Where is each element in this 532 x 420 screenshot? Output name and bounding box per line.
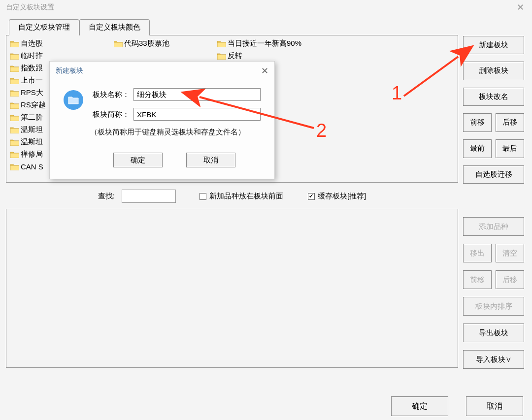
folder-icon [114, 40, 123, 47]
dialog-title: 新建板块 [56, 66, 83, 75]
svg-rect-11 [114, 42, 123, 47]
folder-icon [10, 163, 19, 170]
folder-item[interactable]: 自选股 [9, 37, 113, 50]
folder-label: 禅修局 [21, 150, 43, 159]
folder-icon [10, 90, 19, 97]
svg-rect-10 [10, 165, 19, 170]
folder-icon [10, 139, 19, 146]
folder-label: 上市一 [21, 76, 43, 85]
svg-rect-4 [10, 92, 19, 97]
checkbox-cache[interactable]: ✔ 缓存板块[推荐] [308, 192, 366, 201]
window-titlebar: 自定义板块设置 ✕ [0, 0, 532, 15]
folder-label: 温斯坦 [21, 137, 43, 147]
folder-item[interactable]: 当日接近一年新高90% [216, 37, 334, 50]
dialog-hint: （板块简称用于键盘精灵选板块和存盘文件名） [90, 128, 261, 137]
checkbox-icon: ✔ [308, 193, 315, 200]
abbr-input[interactable] [133, 108, 261, 121]
name-label: 板块名称： [90, 90, 130, 99]
svg-rect-13 [217, 55, 226, 60]
remove-button[interactable]: 移出 [463, 244, 492, 262]
svg-rect-5 [10, 104, 19, 109]
migrate-button[interactable]: 自选股迁移 [463, 165, 524, 184]
items-panel [6, 209, 458, 368]
folder-icon [10, 53, 19, 60]
clear-button[interactable]: 清空 [496, 244, 524, 262]
search-row: 查找: 新加品种放在板块前面 ✔ 缓存板块[推荐] [6, 183, 458, 209]
sort-button[interactable]: 板块内排序 [463, 297, 524, 316]
to-front-button[interactable]: 最前 [463, 139, 492, 158]
svg-rect-12 [217, 42, 226, 47]
delete-block-button[interactable]: 删除板块 [463, 62, 524, 80]
folder-label: RS穿越 [21, 100, 46, 110]
folder-icon [10, 127, 19, 133]
to-last-button[interactable]: 最后 [496, 139, 524, 158]
checkbox-label: 缓存板块[推荐] [318, 192, 366, 201]
checkbox-label: 新加品种放在板块前面 [209, 192, 283, 201]
folder-label: 反转 [228, 51, 242, 61]
folder-icon [10, 40, 19, 47]
svg-rect-9 [10, 153, 19, 158]
checkbox-icon [200, 193, 206, 200]
export-button[interactable]: 导出板块 [463, 323, 524, 342]
item-forward-button[interactable]: 前移 [463, 270, 492, 289]
folder-item[interactable]: 反转 [216, 50, 334, 62]
folder-icon [10, 65, 19, 72]
folder-label: 临时拃 [21, 51, 43, 61]
svg-rect-8 [10, 141, 19, 146]
svg-rect-6 [10, 116, 19, 121]
name-input[interactable] [133, 88, 261, 101]
folder-label: 温斯坦 [21, 125, 43, 134]
folder-icon [217, 53, 226, 60]
svg-rect-2 [10, 67, 19, 72]
folder-label: 自选股 [21, 39, 43, 48]
folder-label: CAN S [21, 162, 43, 171]
dialog-ok-button[interactable]: 确定 [113, 153, 163, 167]
checkbox-new-front[interactable]: 新加品种放在板块前面 [200, 192, 283, 201]
folder-label: 第二阶 [21, 113, 43, 122]
folder-label: 代码33股票池 [124, 39, 169, 48]
folder-icon [10, 77, 19, 84]
tab-color[interactable]: 自定义板块颜色 [79, 19, 150, 35]
add-item-button[interactable]: 添加品种 [463, 217, 524, 236]
folder-label: 当日接近一年新高90% [228, 39, 301, 48]
move-forward-button[interactable]: 前移 [463, 113, 492, 132]
footer: 确定 取消 [391, 396, 523, 416]
close-icon[interactable]: ✕ [261, 65, 268, 76]
import-button[interactable]: 导入板块∨ [463, 350, 524, 369]
folder-item[interactable]: 临时拃 [9, 50, 113, 62]
new-block-dialog: 新建板块 ✕ 板块名称： 板块简称： （板块简称用于键盘精灵选板块和存盘文件名）… [49, 61, 275, 179]
tab-bar: 自定义板块管理 自定义板块颜色 [9, 19, 527, 35]
folder-item[interactable]: 代码33股票池 [113, 37, 216, 50]
folder-icon [10, 114, 19, 121]
svg-rect-3 [10, 79, 19, 84]
new-block-button[interactable]: 新建板块 [463, 36, 524, 54]
folder-icon [10, 151, 19, 158]
ok-button[interactable]: 确定 [391, 396, 448, 416]
folder-icon [10, 102, 19, 109]
cancel-button[interactable]: 取消 [466, 396, 523, 416]
tab-manage[interactable]: 自定义板块管理 [9, 19, 79, 35]
folder-label: 指数跟 [21, 64, 43, 73]
svg-rect-7 [10, 129, 19, 133]
search-label: 查找: [98, 192, 115, 201]
abbr-label: 板块简称： [90, 110, 130, 119]
move-backward-button[interactable]: 后移 [496, 113, 524, 132]
close-icon[interactable]: ✕ [514, 2, 527, 13]
dialog-cancel-button[interactable]: 取消 [186, 153, 235, 167]
dialog-titlebar: 新建板块 ✕ [50, 62, 274, 80]
folder-icon [217, 40, 226, 47]
folder-circle-icon [64, 90, 83, 110]
item-backward-button[interactable]: 后移 [496, 270, 524, 289]
rename-block-button[interactable]: 板块改名 [463, 88, 524, 106]
svg-rect-1 [10, 55, 19, 60]
search-input[interactable] [122, 190, 176, 203]
window-title: 自定义板块设置 [5, 3, 54, 12]
svg-rect-0 [10, 42, 19, 47]
folder-label: RPS大 [21, 88, 43, 97]
